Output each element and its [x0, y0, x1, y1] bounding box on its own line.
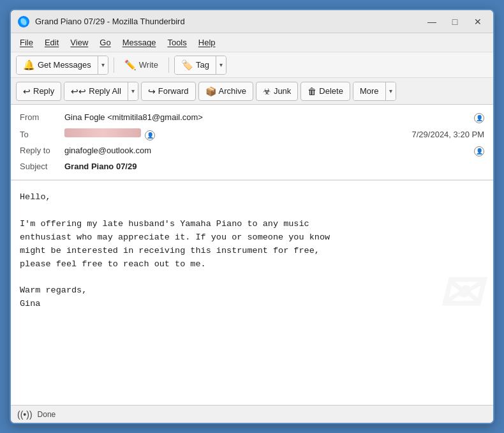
write-label: Write	[139, 60, 158, 70]
reply-all-label: Reply All	[89, 86, 121, 96]
toolbar-divider-1	[114, 57, 114, 73]
toolbar-divider-2	[168, 57, 169, 73]
from-row: From Gina Fogle <mitmitila81@gmail.com> …	[20, 110, 484, 126]
reply-icon: ↩	[23, 86, 31, 96]
reply-to-row: Reply to ginafogle@outlook.com 👤	[20, 143, 484, 159]
app-icon	[17, 15, 30, 28]
reply-all-split[interactable]: ↩↩ Reply All ▾	[64, 82, 138, 101]
more-button[interactable]: More	[353, 82, 385, 100]
status-icon: ((•))	[17, 409, 33, 420]
menu-file[interactable]: File	[15, 36, 38, 49]
email-date: 7/29/2024, 3:20 PM	[412, 130, 484, 139]
more-split[interactable]: More ▾	[353, 82, 396, 101]
window-title: Grand Piano 07/29 - Mozilla Thunderbird	[35, 17, 423, 26]
menu-help[interactable]: Help	[193, 36, 221, 49]
status-bar: ((•)) Done	[11, 405, 493, 423]
menu-message[interactable]: Message	[117, 36, 161, 49]
reply-to-label: Reply to	[20, 146, 64, 155]
action-bar: ↩ Reply ↩↩ Reply All ▾ ↪ Forward 📦 Archi…	[11, 78, 493, 105]
menu-go[interactable]: Go	[94, 36, 115, 49]
menu-view[interactable]: View	[65, 36, 93, 49]
write-button[interactable]: ✏️ Write	[119, 57, 163, 73]
minimize-button[interactable]: —	[423, 15, 441, 28]
archive-label: Archive	[219, 86, 246, 96]
from-label: From	[20, 112, 64, 122]
reply-to-value: ginafogle@outlook.com	[64, 146, 471, 155]
close-button[interactable]: ✕	[469, 15, 487, 28]
forward-label: Forward	[158, 86, 189, 96]
menu-bar: File Edit View Go Message Tools Help	[11, 33, 493, 52]
reply-to-contact-icon[interactable]: 👤	[474, 146, 484, 156]
write-icon: ✏️	[124, 59, 137, 71]
delete-icon: 🗑	[308, 86, 316, 96]
main-window: Grand Piano 07/29 - Mozilla Thunderbird …	[10, 9, 494, 424]
more-arrow[interactable]: ▾	[385, 82, 396, 100]
reply-all-button[interactable]: ↩↩ Reply All	[64, 82, 128, 100]
maximize-button[interactable]: □	[446, 15, 464, 28]
tag-label: Tag	[196, 60, 209, 70]
reply-button[interactable]: ↩ Reply	[16, 82, 61, 101]
from-contact-icon[interactable]: 👤	[474, 113, 484, 123]
email-header: From Gina Fogle <mitmitila81@gmail.com> …	[11, 105, 493, 180]
get-messages-split[interactable]: 🔔 Get Messages ▾	[16, 56, 108, 75]
reply-all-arrow[interactable]: ▾	[128, 82, 138, 100]
tag-split[interactable]: 🏷️ Tag ▾	[174, 56, 226, 75]
reply-all-icon: ↩↩	[71, 86, 86, 96]
forward-icon: ↪	[148, 86, 156, 96]
window-controls: — □ ✕	[423, 15, 487, 28]
get-messages-icon: 🔔	[23, 59, 35, 71]
subject-value: Grand Piano 07/29	[64, 162, 484, 171]
delete-label: Delete	[319, 86, 343, 96]
menu-edit[interactable]: Edit	[40, 36, 64, 49]
tag-arrow[interactable]: ▾	[216, 56, 226, 74]
reply-label: Reply	[33, 86, 54, 96]
get-messages-arrow[interactable]: ▾	[98, 56, 108, 74]
toolbar: 🔔 Get Messages ▾ ✏️ Write 🏷️ Tag ▾	[11, 52, 493, 78]
more-label: More	[360, 86, 379, 96]
junk-button[interactable]: ☣ Junk	[256, 82, 298, 101]
delete-button[interactable]: 🗑 Delete	[300, 82, 350, 101]
get-messages-button[interactable]: 🔔 Get Messages	[17, 56, 98, 74]
subject-row: Subject Grand Piano 07/29	[20, 159, 484, 174]
junk-label: Junk	[274, 86, 291, 96]
tag-button[interactable]: 🏷️ Tag	[175, 56, 216, 74]
get-messages-label: Get Messages	[38, 60, 91, 70]
from-value: Gina Fogle <mitmitila81@gmail.com>	[64, 112, 471, 122]
junk-icon: ☣	[263, 86, 271, 96]
title-bar: Grand Piano 07/29 - Mozilla Thunderbird …	[11, 10, 493, 33]
archive-icon: 📦	[205, 86, 216, 96]
tag-icon: 🏷️	[181, 59, 193, 71]
to-label: To	[20, 130, 64, 139]
to-row: To 👤 7/29/2024, 3:20 PM	[20, 126, 484, 143]
email-body: ✉ Hello, I'm offering my late husband's …	[11, 181, 493, 405]
to-contact-icon[interactable]: 👤	[145, 130, 155, 141]
status-text: Done	[38, 410, 56, 419]
to-value-blurred	[64, 128, 141, 137]
subject-label: Subject	[20, 162, 64, 171]
email-body-text: Hello, I'm offering my late husband's Ya…	[20, 191, 484, 311]
menu-tools[interactable]: Tools	[162, 36, 191, 49]
archive-button[interactable]: 📦 Archive	[198, 82, 253, 101]
forward-button[interactable]: ↪ Forward	[141, 82, 196, 101]
